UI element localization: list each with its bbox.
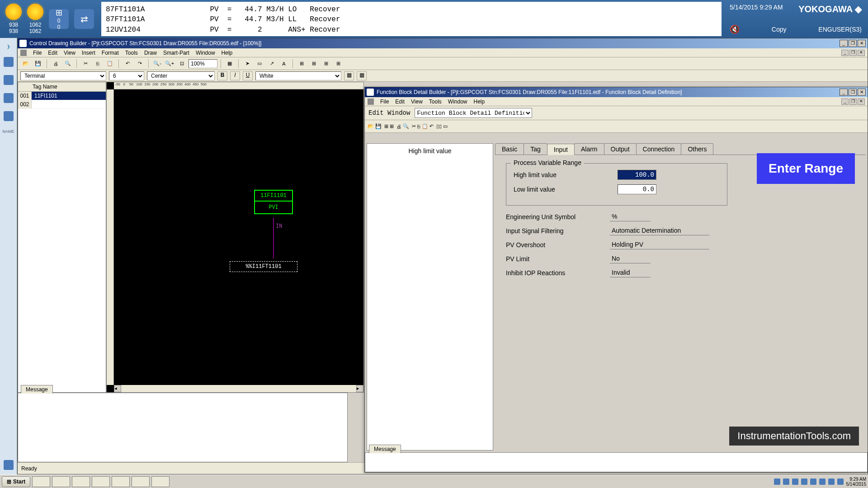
- message-tab[interactable]: Message: [21, 385, 53, 394]
- maximize-button[interactable]: ❐: [849, 40, 857, 47]
- open-icon[interactable]: 📂: [20, 58, 31, 69]
- tray-icon[interactable]: [783, 479, 789, 485]
- low-limit-input[interactable]: [618, 184, 656, 194]
- tab-output[interactable]: Output: [604, 143, 637, 155]
- minimize-button[interactable]: _: [840, 89, 848, 96]
- paste-icon[interactable]: 📋: [104, 58, 115, 69]
- tool-icon[interactable]: ⊞: [384, 123, 388, 129]
- menu-format[interactable]: Format: [102, 50, 119, 56]
- tool-icon[interactable]: ⊞: [296, 58, 307, 69]
- layout-icon[interactable]: ▭: [443, 123, 448, 129]
- tool-icon[interactable]: ▭: [254, 58, 265, 69]
- menu-edit[interactable]: Edit: [395, 99, 405, 105]
- nav-icon[interactable]: [4, 111, 14, 121]
- fbd-side-panel[interactable]: High limit value: [367, 143, 493, 450]
- align-select[interactable]: Center: [147, 71, 215, 80]
- fbd-titlebar[interactable]: Function Block Detail Builder - [Pjt:GSP…: [365, 87, 868, 97]
- tray-icon[interactable]: [792, 479, 798, 485]
- preview-icon[interactable]: 🔍: [403, 123, 409, 129]
- taskbar-button[interactable]: [72, 476, 90, 487]
- maximize-button[interactable]: ❐: [849, 89, 857, 96]
- tab-basic[interactable]: Basic: [495, 143, 524, 155]
- tray-clock[interactable]: 9:29 AM 5/14/2015: [846, 477, 867, 487]
- zoom-field[interactable]: [189, 59, 217, 68]
- tool-icon[interactable]: ⊞: [321, 58, 331, 69]
- font-select[interactable]: Terminal: [20, 71, 106, 80]
- tray-icon[interactable]: [837, 479, 844, 485]
- tag-row[interactable]: 001 11FI1101: [18, 92, 106, 100]
- pointer-icon[interactable]: ➤: [242, 58, 253, 69]
- tray-icon[interactable]: [774, 479, 780, 485]
- tray-icon[interactable]: [828, 479, 835, 485]
- menu-window[interactable]: Window: [448, 99, 467, 105]
- close-button[interactable]: ✕: [858, 40, 866, 47]
- inhibit-value[interactable]: Invalid: [610, 268, 651, 277]
- function-block[interactable]: 11FI1101 PVI: [254, 190, 293, 214]
- menu-smartpart[interactable]: Smart-Part: [163, 50, 189, 56]
- menu-view[interactable]: View: [64, 50, 75, 56]
- scroll-right-icon[interactable]: ▸: [356, 385, 363, 392]
- close-button[interactable]: ✕: [858, 89, 866, 96]
- menu-insert[interactable]: Insert: [82, 50, 95, 56]
- menu-edit[interactable]: Edit: [48, 50, 57, 56]
- preview-icon[interactable]: 🔍: [62, 58, 73, 69]
- tab-others[interactable]: Others: [681, 143, 713, 155]
- zoomout-icon[interactable]: 🔍-: [152, 58, 163, 69]
- menu-tools[interactable]: Tools: [429, 99, 442, 105]
- high-limit-input[interactable]: [618, 170, 656, 180]
- menu-view[interactable]: View: [411, 99, 423, 105]
- italic-button[interactable]: I: [230, 71, 240, 80]
- mdi-close[interactable]: ✕: [858, 50, 865, 56]
- tab-alarm[interactable]: Alarm: [574, 143, 604, 155]
- tool-icon[interactable]: ⊞: [390, 123, 394, 129]
- cut-icon[interactable]: ✂: [412, 123, 416, 129]
- taskbar-button[interactable]: [52, 476, 70, 487]
- undo-icon[interactable]: ↶: [122, 58, 133, 69]
- save-icon[interactable]: 💾: [33, 58, 43, 69]
- open-icon[interactable]: 📂: [368, 123, 374, 129]
- layout-icon[interactable]: ▯▯: [436, 123, 442, 129]
- mute-icon[interactable]: 🔇: [730, 24, 740, 34]
- drawing-canvas[interactable]: 11FI1101 PVI IN %%I11FT1101: [114, 89, 358, 385]
- tray-icon[interactable]: [801, 479, 807, 485]
- grid-icon[interactable]: ▦: [224, 58, 235, 69]
- message-tab[interactable]: Message: [369, 445, 401, 453]
- print-icon[interactable]: 🖨: [396, 124, 401, 129]
- tab-tag[interactable]: Tag: [524, 143, 547, 155]
- menu-tools[interactable]: Tools: [125, 50, 138, 56]
- tray-icon[interactable]: [810, 479, 816, 485]
- redo-icon[interactable]: ↷: [134, 58, 145, 69]
- tag-row[interactable]: 002: [18, 100, 106, 109]
- tab-input[interactable]: Input: [547, 144, 575, 155]
- menu-window[interactable]: Window: [196, 50, 215, 56]
- nav-icon[interactable]: [4, 75, 14, 85]
- copy-button[interactable]: Copy: [772, 26, 787, 33]
- editwin-select[interactable]: Function Block Detail Definition: [415, 108, 532, 118]
- tray-icon[interactable]: [819, 479, 826, 485]
- zoom-fit-icon[interactable]: ⊡: [176, 58, 187, 69]
- underline-button[interactable]: U: [243, 71, 253, 80]
- gauge-widget-3[interactable]: ⊞ 0 0: [49, 9, 69, 29]
- tab-connection[interactable]: Connection: [636, 143, 682, 155]
- connection-line[interactable]: [273, 218, 274, 258]
- scroll-left-icon[interactable]: ◂: [114, 385, 121, 392]
- menu-help[interactable]: Help: [222, 50, 233, 56]
- weather-widget-1[interactable]: 938 938: [5, 4, 22, 34]
- taskbar-button[interactable]: [92, 476, 110, 487]
- pvlimit-value[interactable]: No: [610, 254, 651, 263]
- copy-icon[interactable]: ⎘: [417, 124, 420, 129]
- taskbar-button[interactable]: [132, 476, 150, 487]
- mdi-restore[interactable]: ❐: [849, 50, 857, 56]
- bold-button[interactable]: B: [217, 71, 227, 80]
- mdi-minimize[interactable]: _: [841, 50, 849, 56]
- undo-icon[interactable]: ↶: [429, 123, 434, 129]
- menu-file[interactable]: File: [33, 50, 42, 56]
- user-label[interactable]: ENGUSER(S3): [818, 26, 862, 33]
- nav-icon[interactable]: [4, 460, 14, 470]
- mdi-close[interactable]: ✕: [858, 99, 865, 105]
- taskbar-button[interactable]: [112, 476, 130, 487]
- size-select[interactable]: 6: [109, 71, 144, 80]
- link-widget[interactable]: ⇄: [74, 9, 94, 29]
- filter-value[interactable]: Automatic Determination: [610, 226, 709, 235]
- weather-widget-2[interactable]: 1062 1062: [27, 4, 43, 34]
